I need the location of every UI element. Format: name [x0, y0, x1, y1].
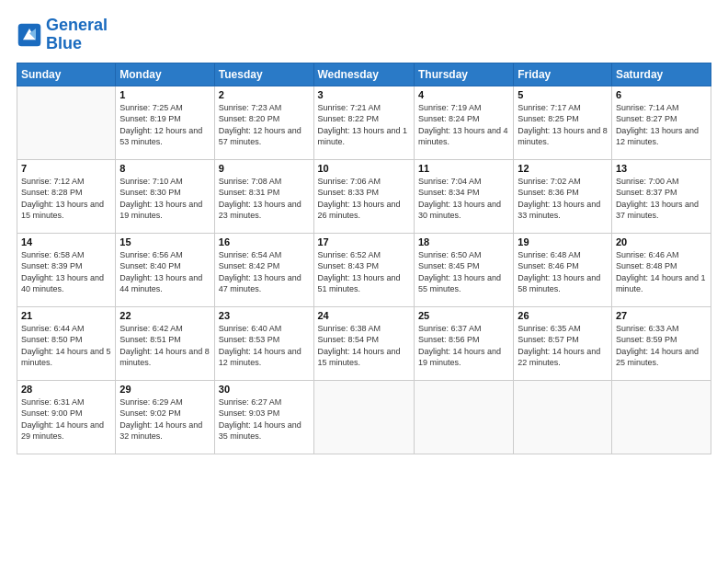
- day-info: Sunrise: 6:56 AMSunset: 8:40 PMDaylight:…: [119, 249, 210, 295]
- day-number: 28: [21, 384, 111, 395]
- calendar-cell: 19Sunrise: 6:48 AMSunset: 8:46 PMDayligh…: [514, 233, 612, 306]
- weekday-header: Tuesday: [214, 63, 313, 86]
- day-number: 13: [616, 163, 707, 174]
- day-number: 22: [119, 310, 210, 321]
- day-info: Sunrise: 7:10 AMSunset: 8:30 PMDaylight:…: [119, 176, 210, 222]
- day-number: 2: [219, 89, 310, 100]
- calendar-cell: 1Sunrise: 7:25 AMSunset: 8:19 PMDaylight…: [116, 86, 214, 159]
- calendar-cell: 23Sunrise: 6:40 AMSunset: 8:53 PMDayligh…: [214, 306, 313, 380]
- calendar-cell: 13Sunrise: 7:00 AMSunset: 8:37 PMDayligh…: [611, 159, 711, 233]
- day-number: 9: [219, 163, 310, 174]
- day-info: Sunrise: 6:27 AMSunset: 9:03 PMDaylight:…: [219, 396, 310, 442]
- calendar-cell: 22Sunrise: 6:42 AMSunset: 8:51 PMDayligh…: [116, 306, 214, 380]
- day-info: Sunrise: 6:46 AMSunset: 8:48 PMDaylight:…: [616, 249, 707, 295]
- day-number: 17: [318, 236, 410, 247]
- calendar-cell: [414, 380, 513, 454]
- calendar-cell: 26Sunrise: 6:35 AMSunset: 8:57 PMDayligh…: [514, 306, 612, 380]
- weekday-header: Wednesday: [313, 63, 414, 86]
- page: General Blue SundayMondayTuesdayWednesda…: [0, 0, 728, 563]
- calendar-cell: 8Sunrise: 7:10 AMSunset: 8:30 PMDaylight…: [116, 159, 214, 233]
- calendar-cell: 29Sunrise: 6:29 AMSunset: 9:02 PMDayligh…: [116, 380, 214, 454]
- day-number: 18: [418, 236, 509, 247]
- day-info: Sunrise: 7:17 AMSunset: 8:25 PMDaylight:…: [518, 102, 608, 148]
- logo-icon: [17, 22, 42, 48]
- calendar-cell: 20Sunrise: 6:46 AMSunset: 8:48 PMDayligh…: [611, 233, 711, 306]
- day-number: 14: [21, 236, 111, 247]
- day-info: Sunrise: 7:12 AMSunset: 8:28 PMDaylight:…: [21, 176, 111, 222]
- calendar-cell: 18Sunrise: 6:50 AMSunset: 8:45 PMDayligh…: [414, 233, 513, 306]
- day-info: Sunrise: 6:44 AMSunset: 8:50 PMDaylight:…: [21, 323, 111, 369]
- day-number: 29: [119, 384, 210, 395]
- day-number: 3: [318, 89, 410, 100]
- day-number: 30: [219, 384, 310, 395]
- day-number: 26: [518, 310, 608, 321]
- calendar-cell: 24Sunrise: 6:38 AMSunset: 8:54 PMDayligh…: [313, 306, 414, 380]
- day-info: Sunrise: 6:33 AMSunset: 8:59 PMDaylight:…: [616, 323, 707, 369]
- day-info: Sunrise: 7:04 AMSunset: 8:34 PMDaylight:…: [418, 176, 509, 222]
- day-number: 7: [21, 163, 111, 174]
- calendar-cell: 14Sunrise: 6:58 AMSunset: 8:39 PMDayligh…: [17, 233, 116, 306]
- day-number: 1: [119, 89, 210, 100]
- day-info: Sunrise: 6:54 AMSunset: 8:42 PMDaylight:…: [219, 249, 310, 295]
- calendar-cell: 7Sunrise: 7:12 AMSunset: 8:28 PMDaylight…: [17, 159, 116, 233]
- day-number: 12: [518, 163, 608, 174]
- calendar-cell: 5Sunrise: 7:17 AMSunset: 8:25 PMDaylight…: [514, 86, 612, 159]
- day-info: Sunrise: 6:52 AMSunset: 8:43 PMDaylight:…: [318, 249, 410, 295]
- day-number: 5: [518, 89, 608, 100]
- day-info: Sunrise: 7:25 AMSunset: 8:19 PMDaylight:…: [119, 102, 210, 148]
- day-number: 20: [616, 236, 707, 247]
- logo-blue: Blue: [46, 34, 82, 52]
- calendar-cell: 25Sunrise: 6:37 AMSunset: 8:56 PMDayligh…: [414, 306, 513, 380]
- calendar-cell: 11Sunrise: 7:04 AMSunset: 8:34 PMDayligh…: [414, 159, 513, 233]
- day-info: Sunrise: 7:19 AMSunset: 8:24 PMDaylight:…: [418, 102, 509, 148]
- logo-text: General Blue: [46, 17, 108, 53]
- calendar-cell: 10Sunrise: 7:06 AMSunset: 8:33 PMDayligh…: [313, 159, 414, 233]
- day-info: Sunrise: 7:21 AMSunset: 8:22 PMDaylight:…: [318, 102, 410, 148]
- calendar-cell: 27Sunrise: 6:33 AMSunset: 8:59 PMDayligh…: [611, 306, 711, 380]
- calendar-cell: [313, 380, 414, 454]
- day-number: 23: [219, 310, 310, 321]
- day-info: Sunrise: 7:23 AMSunset: 8:20 PMDaylight:…: [219, 102, 310, 148]
- day-info: Sunrise: 7:02 AMSunset: 8:36 PMDaylight:…: [518, 176, 608, 222]
- day-info: Sunrise: 6:40 AMSunset: 8:53 PMDaylight:…: [219, 323, 310, 369]
- calendar-cell: [514, 380, 612, 454]
- calendar-cell: 3Sunrise: 7:21 AMSunset: 8:22 PMDaylight…: [313, 86, 414, 159]
- calendar-cell: 30Sunrise: 6:27 AMSunset: 9:03 PMDayligh…: [214, 380, 313, 454]
- weekday-header: Saturday: [611, 63, 711, 86]
- weekday-header: Sunday: [17, 63, 116, 86]
- calendar-cell: [611, 380, 711, 454]
- day-info: Sunrise: 6:35 AMSunset: 8:57 PMDaylight:…: [518, 323, 608, 369]
- day-number: 8: [119, 163, 210, 174]
- day-number: 15: [119, 236, 210, 247]
- calendar-cell: 9Sunrise: 7:08 AMSunset: 8:31 PMDaylight…: [214, 159, 313, 233]
- day-info: Sunrise: 6:29 AMSunset: 9:02 PMDaylight:…: [119, 396, 210, 442]
- calendar-cell: 6Sunrise: 7:14 AMSunset: 8:27 PMDaylight…: [611, 86, 711, 159]
- day-number: 24: [318, 310, 410, 321]
- header: General Blue: [17, 17, 711, 53]
- day-info: Sunrise: 7:14 AMSunset: 8:27 PMDaylight:…: [616, 102, 707, 148]
- calendar-cell: 28Sunrise: 6:31 AMSunset: 9:00 PMDayligh…: [17, 380, 116, 454]
- weekday-header: Thursday: [414, 63, 513, 86]
- weekday-header: Monday: [116, 63, 214, 86]
- calendar: SundayMondayTuesdayWednesdayThursdayFrid…: [17, 63, 711, 454]
- logo-general: General: [46, 16, 108, 34]
- day-info: Sunrise: 6:31 AMSunset: 9:00 PMDaylight:…: [21, 396, 111, 442]
- day-info: Sunrise: 7:08 AMSunset: 8:31 PMDaylight:…: [219, 176, 310, 222]
- day-number: 25: [418, 310, 509, 321]
- calendar-cell: 21Sunrise: 6:44 AMSunset: 8:50 PMDayligh…: [17, 306, 116, 380]
- day-number: 11: [418, 163, 509, 174]
- day-number: 27: [616, 310, 707, 321]
- calendar-cell: 2Sunrise: 7:23 AMSunset: 8:20 PMDaylight…: [214, 86, 313, 159]
- weekday-header: Friday: [514, 63, 612, 86]
- logo: General Blue: [17, 17, 108, 53]
- calendar-cell: 4Sunrise: 7:19 AMSunset: 8:24 PMDaylight…: [414, 86, 513, 159]
- day-info: Sunrise: 7:00 AMSunset: 8:37 PMDaylight:…: [616, 176, 707, 222]
- calendar-cell: 16Sunrise: 6:54 AMSunset: 8:42 PMDayligh…: [214, 233, 313, 306]
- day-info: Sunrise: 6:48 AMSunset: 8:46 PMDaylight:…: [518, 249, 608, 295]
- calendar-cell: 17Sunrise: 6:52 AMSunset: 8:43 PMDayligh…: [313, 233, 414, 306]
- day-number: 10: [318, 163, 410, 174]
- day-info: Sunrise: 6:50 AMSunset: 8:45 PMDaylight:…: [418, 249, 509, 295]
- day-info: Sunrise: 6:37 AMSunset: 8:56 PMDaylight:…: [418, 323, 509, 369]
- day-number: 6: [616, 89, 707, 100]
- day-number: 16: [219, 236, 310, 247]
